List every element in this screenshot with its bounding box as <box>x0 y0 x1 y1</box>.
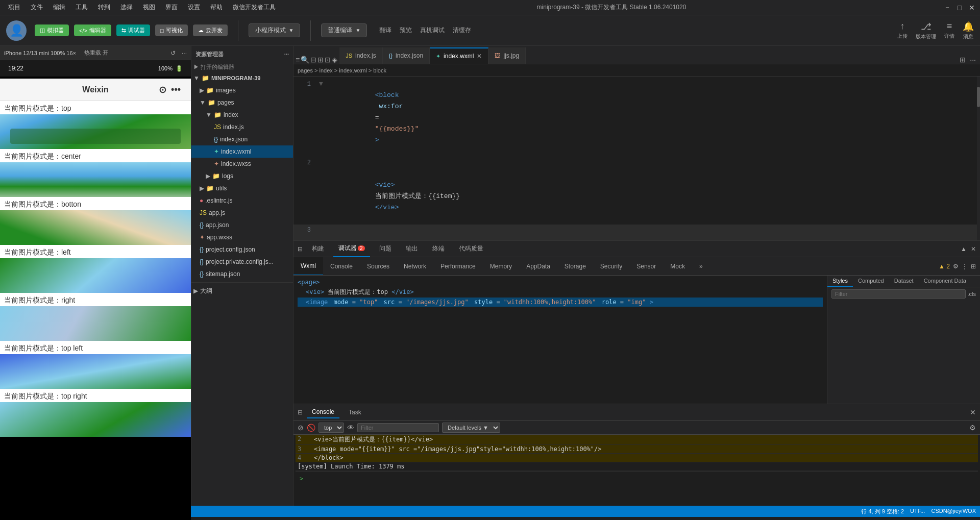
sidebar-item-project-config[interactable]: {} project.config.json <box>191 243 293 256</box>
styles-filter-input[interactable] <box>831 289 966 299</box>
editor-scrollbar[interactable] <box>977 77 980 240</box>
sidebar-item-index-wxml[interactable]: ✦ index.wxml <box>191 145 293 158</box>
console-filter-input[interactable] <box>357 423 439 432</box>
simulator-button[interactable]: ◫ 模拟器 <box>35 24 69 36</box>
tab-bar-layout-icon[interactable]: ⊞ <box>317 56 324 64</box>
dt-tab-security[interactable]: Security <box>593 257 629 276</box>
console-eye-icon[interactable]: 👁 <box>347 424 354 432</box>
minimize-button[interactable]: － <box>943 4 951 12</box>
sidebar-item-utils[interactable]: ▶ 📁 utils <box>191 182 293 194</box>
project-root[interactable]: ▼ 📁 MINIPROGRAM-39 <box>191 72 293 84</box>
menu-item-wxdevtools[interactable]: 微信开发者工具 <box>229 2 280 13</box>
tab-output[interactable]: 输出 <box>401 241 423 257</box>
tab-index-wxml[interactable]: ✦ index.wxml ✕ <box>430 47 488 64</box>
dt-tab-wxml[interactable]: Wxml <box>293 257 323 276</box>
debugger-button[interactable]: ⇆ 调试器 <box>116 24 150 36</box>
tab-console[interactable]: Console <box>307 406 339 418</box>
real-debug-button[interactable]: 真机调试 <box>420 26 445 35</box>
menu-item-view[interactable]: 视图 <box>139 2 159 13</box>
console-filter-icon[interactable]: 🚫 <box>307 424 315 432</box>
sidebar-item-index-folder[interactable]: ▼ 📁 index <box>191 109 293 121</box>
menu-item-tools[interactable]: 工具 <box>71 2 92 13</box>
sidebar-item-project-private[interactable]: {} project.private.config.js... <box>191 256 293 268</box>
dom-node-image[interactable]: <image mode = "top" src = "/images/jjs.j… <box>298 298 823 307</box>
menu-item-help[interactable]: 帮助 <box>206 2 227 13</box>
version-management-button[interactable]: ⎇ 版本管理 <box>916 21 936 40</box>
cloud-button[interactable]: ☁ 云开发 <box>193 24 228 36</box>
console-settings-icon[interactable]: ⚙ <box>969 424 976 432</box>
tab-terminal[interactable]: 终端 <box>427 241 450 257</box>
tab-bar-menu-icon[interactable]: ≡ <box>296 56 300 64</box>
outline-section[interactable]: ▶ 大纲 <box>191 285 293 297</box>
menu-item-interface[interactable]: 界面 <box>161 2 182 13</box>
sidebar-item-app-json[interactable]: {} app.json <box>191 219 293 231</box>
dt-tab-console[interactable]: Console <box>323 257 360 276</box>
tab-task[interactable]: Task <box>344 407 366 418</box>
tab-debugger[interactable]: 调试器 2 <box>333 241 370 257</box>
devtools-close-icon[interactable]: ✕ <box>971 245 976 253</box>
sidebar-item-eslint[interactable]: ● .eslintrc.js <box>191 194 293 207</box>
dt-tab-appdata[interactable]: AppData <box>519 257 557 276</box>
refresh-button[interactable]: ↺ <box>170 49 176 57</box>
dt-tab-mock[interactable]: Mock <box>663 257 692 276</box>
devtools-panel-menu-icon[interactable]: ⊟ <box>298 245 303 253</box>
cls-button[interactable]: .cls <box>968 291 976 297</box>
tab-bar-more-icon[interactable]: ⊡ <box>325 56 331 64</box>
tab-index-js[interactable]: JS index.js <box>339 47 383 64</box>
clear-cache-button[interactable]: 清缓存 <box>453 26 471 35</box>
compile-selector[interactable]: 普通编译 <box>321 23 367 37</box>
mode-selector[interactable]: 小程序模式 <box>249 23 301 37</box>
sidebar-item-images[interactable]: ▶ 📁 images <box>191 84 293 96</box>
expand-icon[interactable]: ⊞ <box>971 263 976 270</box>
sidebar-item-sitemap[interactable]: {} sitemap.json <box>191 268 293 280</box>
phone-record-button[interactable]: ⊙ <box>159 84 166 95</box>
tab-computed[interactable]: Computed <box>853 276 889 287</box>
settings-icon[interactable]: ⚙ <box>953 263 959 270</box>
details-button[interactable]: ≡ 详情 <box>944 21 954 40</box>
code-editor[interactable]: 1 ▼ <block wx:for = "{{modes}}" > 2 <box>293 77 980 240</box>
sidebar-item-index-js[interactable]: JS index.js <box>191 121 293 133</box>
console-context-select[interactable]: top <box>318 423 344 433</box>
console-close-icon[interactable]: ✕ <box>970 408 976 416</box>
sidebar-item-logs[interactable]: ▶ 📁 logs <box>191 170 293 182</box>
notifications-button[interactable]: 🔔 消息 <box>963 21 974 40</box>
dt-tab-sensor[interactable]: Sensor <box>629 257 663 276</box>
tab-bar-search-icon[interactable]: 🔍 <box>301 56 309 64</box>
dt-tab-performance[interactable]: Performance <box>433 257 483 276</box>
scrollbar-thumb[interactable] <box>977 87 980 107</box>
console-input[interactable] <box>306 475 974 482</box>
close-button[interactable]: ✕ <box>968 4 976 12</box>
menu-item-settings[interactable]: 设置 <box>184 2 204 13</box>
maximize-button[interactable]: □ <box>955 4 964 12</box>
fold-icon-1[interactable]: ▼ <box>319 79 327 90</box>
menu-item-project[interactable]: 项目 <box>4 2 24 13</box>
explorer-more-icon[interactable]: ··· <box>284 51 289 57</box>
console-level-select[interactable]: Default levels ▼ <box>442 423 500 433</box>
dom-node-page[interactable]: <page> <box>298 278 823 287</box>
dt-tab-more[interactable]: » <box>692 257 710 276</box>
console-panel-menu-icon[interactable]: ⊟ <box>298 409 303 416</box>
menu-item-edit[interactable]: 编辑 <box>49 2 69 13</box>
more-options-button[interactable]: ··· <box>182 49 187 57</box>
hot-reload-toggle[interactable]: 热重载 开 <box>84 49 108 57</box>
editor-more-icon[interactable]: ··· <box>970 56 976 64</box>
devtools-collapse-icon[interactable]: ▲ <box>961 245 967 253</box>
tab-styles[interactable]: Styles <box>827 276 853 287</box>
dt-tab-storage[interactable]: Storage <box>557 257 593 276</box>
device-selector[interactable]: iPhone 12/13 mini 100% 16× <box>4 50 76 56</box>
tab-dataset[interactable]: Dataset <box>889 276 919 287</box>
upload-button[interactable]: ↑ 上传 <box>897 21 908 40</box>
translate-button[interactable]: 翻译 <box>379 26 391 35</box>
sidebar-item-pages[interactable]: ▼ 📁 pages <box>191 96 293 109</box>
tab-component-data[interactable]: Component Data <box>919 276 971 287</box>
open-editors-section[interactable]: ▶ 打开的编辑器 <box>191 62 293 72</box>
preview-button[interactable]: 预览 <box>400 26 412 35</box>
sidebar-item-app-wxss[interactable]: ✦ app.wxss <box>191 231 293 243</box>
sidebar-item-index-wxss[interactable]: ✦ index.wxss <box>191 158 293 170</box>
tab-jjs-jpg[interactable]: 🖼 jjs.jpg <box>488 47 526 64</box>
sidebar-item-app-js[interactable]: JS app.js <box>191 207 293 219</box>
more-icon[interactable]: ⋮ <box>962 263 968 270</box>
dt-tab-sources[interactable]: Sources <box>360 257 397 276</box>
tab-bar-split-icon[interactable]: ⊟ <box>310 56 316 64</box>
menu-item-goto[interactable]: 转到 <box>94 2 114 13</box>
